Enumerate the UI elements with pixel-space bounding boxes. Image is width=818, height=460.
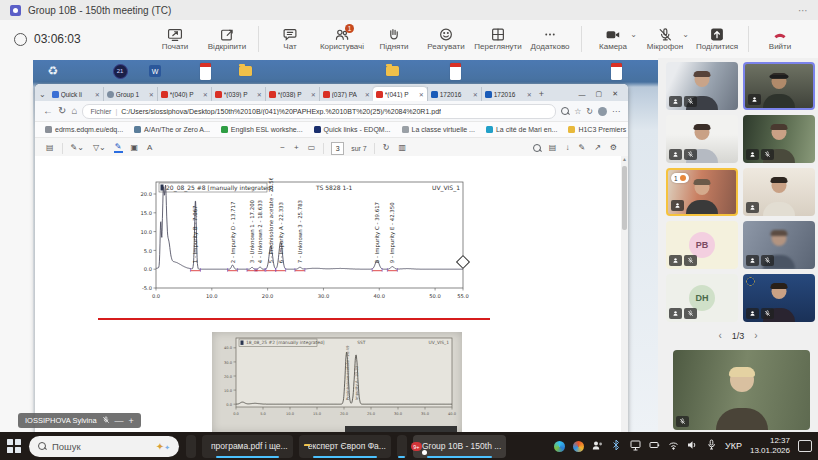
pdf-save-icon[interactable]: ↓ xyxy=(564,144,570,152)
tab-close-icon[interactable]: ✕ xyxy=(311,91,316,98)
start-share-button[interactable]: Почати xyxy=(149,27,201,51)
browser-tab[interactable]: Quick li✕ xyxy=(49,87,103,101)
camera-button[interactable]: ⌄ Камера xyxy=(587,27,639,51)
view-button[interactable]: Переглянути xyxy=(472,27,524,51)
window-more-icon[interactable]: ⋯ xyxy=(798,5,808,16)
browser-more-icon[interactable]: ⋯ xyxy=(612,107,620,116)
sync-icon[interactable]: ↻ xyxy=(586,107,593,116)
new-tab-button[interactable]: + xyxy=(539,89,544,99)
recycle-bin-desktop-icon[interactable]: ♻ xyxy=(45,63,61,79)
bookmark-item[interactable]: Quick links - EDQM... xyxy=(314,126,391,133)
browser-tab[interactable]: *(041) P✕ xyxy=(373,87,427,101)
app-21-desktop-icon[interactable]: 21 xyxy=(112,63,128,79)
mic-tray-icon[interactable] xyxy=(706,437,717,455)
taskbar-app-copilot[interactable] xyxy=(186,435,196,458)
participant-video-tile[interactable] xyxy=(666,115,738,163)
chat-button[interactable]: Чат xyxy=(264,27,316,51)
battery-tray-icon[interactable] xyxy=(649,437,660,455)
pdf-search-icon[interactable] xyxy=(533,144,541,152)
pdf-read-aloud-icon[interactable]: A xyxy=(146,144,153,152)
maximize-button[interactable]: ▢ xyxy=(596,90,603,98)
participants-button[interactable]: 1 Користувачі xyxy=(316,27,368,51)
notification-center-icon[interactable] xyxy=(798,440,812,452)
browser-tab[interactable]: *(040) P✕ xyxy=(157,87,211,101)
camera-chevron-icon[interactable]: ⌄ xyxy=(630,30,637,39)
folder-desktop-icon[interactable] xyxy=(384,63,400,79)
taskbar-app-folder-group[interactable]: експерт Європ Фа... xyxy=(299,435,391,458)
favorite-star-icon[interactable]: ☆ xyxy=(574,107,581,116)
tab-close-icon[interactable]: ✕ xyxy=(365,91,370,98)
pdf-zoom-out-icon[interactable]: − xyxy=(279,144,286,152)
url-field[interactable]: Fichier | C:/Users/siossiphova/Desktop/1… xyxy=(82,104,556,119)
people-tray-icon[interactable] xyxy=(592,437,603,455)
language-indicator[interactable]: УКР xyxy=(725,441,742,451)
tab-close-icon[interactable]: ✕ xyxy=(419,91,424,98)
self-video-tile[interactable] xyxy=(673,350,810,430)
participant-video-tile[interactable]: DH xyxy=(666,274,738,322)
pdf-settings-icon[interactable]: ⚙ xyxy=(609,144,618,152)
stage-zoom-in-button[interactable]: + xyxy=(129,416,134,426)
bookmark-item[interactable]: La cité de Mari en... xyxy=(486,126,557,133)
browser-tab[interactable]: 172016✕ xyxy=(427,87,481,101)
pdf-save-as-icon[interactable]: ✎ xyxy=(577,144,586,152)
stage-zoom-out-button[interactable]: — xyxy=(115,416,124,426)
tab-close-icon[interactable]: ✕ xyxy=(473,91,478,98)
more-button[interactable]: Додатково xyxy=(524,27,576,51)
pdf-highlighter-icon[interactable]: ✎ xyxy=(114,143,123,153)
pdf-pen-icon[interactable]: ✎⌄ xyxy=(70,144,85,152)
pdf-fullscreen-icon[interactable]: ↗ xyxy=(593,144,602,152)
gallery-next-icon[interactable]: › xyxy=(754,330,757,341)
edge-color-tray-icon[interactable] xyxy=(554,441,565,452)
home-icon[interactable]: ⌂ xyxy=(71,106,77,116)
zoom-search-icon[interactable] xyxy=(561,107,569,115)
gallery-prev-icon[interactable]: ‹ xyxy=(718,330,721,341)
profile-avatar[interactable] xyxy=(598,107,607,116)
taskbar-clock[interactable]: 12:37 13.01.2026 xyxy=(750,436,790,456)
wifi-tray-icon[interactable] xyxy=(668,437,679,455)
react-button[interactable]: Реагувати xyxy=(420,27,472,51)
participant-video-tile[interactable] xyxy=(743,115,815,163)
copilot-color-tray-icon[interactable] xyxy=(573,441,584,452)
taskbar-app-colorful-app[interactable] xyxy=(397,435,407,458)
pdf-textbox-icon[interactable]: ▣ xyxy=(130,144,140,152)
pdf-fit-icon[interactable]: ▭ xyxy=(307,144,317,152)
pdf-shape-icon[interactable]: ▽⌄ xyxy=(92,144,107,152)
pdf-print-icon[interactable]: ▤ xyxy=(548,144,558,152)
share-button[interactable]: Поділитися xyxy=(691,27,743,51)
taskbar-search[interactable]: Пошук ✦✦ xyxy=(29,436,179,457)
word-desktop-icon[interactable]: W xyxy=(147,63,163,79)
pdf-toc-icon[interactable]: ▤ xyxy=(45,144,55,152)
pdf-page-view-icon[interactable]: ▥ xyxy=(397,144,407,152)
participant-video-tile[interactable] xyxy=(743,221,815,269)
mic-chevron-icon[interactable]: ⌄ xyxy=(682,30,689,39)
folder-desktop-icon[interactable] xyxy=(237,63,253,79)
participant-video-tile[interactable] xyxy=(743,62,815,110)
leave-button[interactable]: Вийти xyxy=(754,27,806,51)
raise-hand-button[interactable]: Підняти xyxy=(368,27,420,51)
bookmark-item[interactable]: H1C3 Premiers Etats... xyxy=(568,126,628,133)
participant-video-tile[interactable] xyxy=(743,168,815,216)
bluetooth-tray-icon[interactable] xyxy=(611,437,622,455)
pdf-scrollbar[interactable]: ▲ xyxy=(621,156,628,434)
tab-close-icon[interactable]: ✕ xyxy=(257,91,262,98)
browser-tab[interactable]: (037) PA✕ xyxy=(319,87,373,101)
pdf-desktop-icon[interactable] xyxy=(197,63,213,79)
back-icon[interactable]: ← xyxy=(43,106,53,116)
browser-tab[interactable]: 172016✕ xyxy=(481,87,535,101)
pdf-desktop-icon[interactable] xyxy=(447,63,463,79)
bookmark-item[interactable]: La classe virtuelle ... xyxy=(402,126,475,133)
pdf-page-input[interactable]: 3 xyxy=(331,142,344,155)
display-tray-icon[interactable] xyxy=(630,437,641,455)
pdf-desktop-icon[interactable] xyxy=(608,63,624,79)
tab-close-icon[interactable]: ✕ xyxy=(149,91,154,98)
browser-tab[interactable]: Group 1✕ xyxy=(103,87,157,101)
unpin-button[interactable]: Відкріпити xyxy=(201,27,253,51)
participant-video-tile[interactable] xyxy=(743,274,815,322)
bookmark-item[interactable]: edrms.edqm.eu/edq... xyxy=(45,126,123,133)
participant-video-tile[interactable]: PB xyxy=(666,221,738,269)
participant-video-tile[interactable] xyxy=(666,62,738,110)
mic-button[interactable]: ⌄ Мікрофон xyxy=(639,27,691,51)
pdf-scrollbar-thumb[interactable] xyxy=(622,166,627,230)
tab-close-icon[interactable]: ✕ xyxy=(527,91,532,98)
taskbar-app-teams-meeting[interactable]: 9+Group 10B - 150th ... xyxy=(413,435,506,458)
